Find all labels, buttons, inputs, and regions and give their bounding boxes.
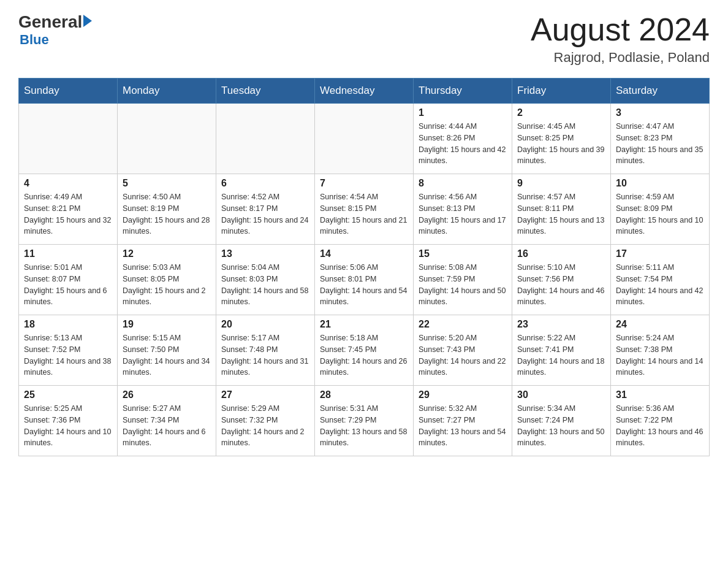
- calendar-cell: 3Sunrise: 4:47 AMSunset: 8:23 PMDaylight…: [611, 104, 710, 174]
- calendar-cell: [216, 104, 315, 174]
- calendar-cell: 6Sunrise: 4:52 AMSunset: 8:17 PMDaylight…: [216, 174, 315, 245]
- calendar-cell: 12Sunrise: 5:03 AMSunset: 8:05 PMDayligh…: [118, 245, 216, 315]
- logo-text-blue: Blue: [20, 32, 92, 48]
- week-row: 11Sunrise: 5:01 AMSunset: 8:07 PMDayligh…: [19, 245, 710, 315]
- day-info: Sunrise: 5:22 AMSunset: 7:41 PMDaylight:…: [517, 332, 605, 378]
- day-number: 30: [517, 389, 605, 400]
- day-info: Sunrise: 4:50 AMSunset: 8:19 PMDaylight:…: [123, 191, 211, 237]
- day-info: Sunrise: 5:20 AMSunset: 7:43 PMDaylight:…: [419, 332, 507, 378]
- day-of-week-header: Monday: [118, 79, 216, 104]
- day-number: 14: [320, 248, 408, 259]
- calendar-cell: 28Sunrise: 5:31 AMSunset: 7:29 PMDayligh…: [315, 386, 414, 456]
- day-info: Sunrise: 4:49 AMSunset: 8:21 PMDaylight:…: [24, 191, 112, 237]
- day-number: 26: [123, 389, 211, 400]
- calendar-cell: [315, 104, 414, 174]
- week-row: 25Sunrise: 5:25 AMSunset: 7:36 PMDayligh…: [19, 386, 710, 456]
- day-info: Sunrise: 5:03 AMSunset: 8:05 PMDaylight:…: [123, 262, 211, 308]
- day-info: Sunrise: 5:06 AMSunset: 8:01 PMDaylight:…: [320, 262, 408, 308]
- page-header: General Blue August 2024 Rajgrod, Podlas…: [18, 12, 710, 66]
- day-number: 16: [517, 248, 605, 259]
- day-number: 18: [24, 319, 112, 330]
- logo: General Blue: [18, 12, 92, 48]
- day-info: Sunrise: 5:27 AMSunset: 7:34 PMDaylight:…: [123, 403, 211, 449]
- calendar-cell: 24Sunrise: 5:24 AMSunset: 7:38 PMDayligh…: [611, 315, 710, 386]
- day-info: Sunrise: 5:04 AMSunset: 8:03 PMDaylight:…: [221, 262, 309, 308]
- day-info: Sunrise: 5:01 AMSunset: 8:07 PMDaylight:…: [24, 262, 112, 308]
- day-info: Sunrise: 5:13 AMSunset: 7:52 PMDaylight:…: [24, 332, 112, 378]
- day-info: Sunrise: 4:54 AMSunset: 8:15 PMDaylight:…: [320, 191, 408, 237]
- calendar-cell: 26Sunrise: 5:27 AMSunset: 7:34 PMDayligh…: [118, 386, 216, 456]
- day-number: 15: [419, 248, 507, 259]
- day-number: 13: [221, 248, 309, 259]
- calendar-cell: 23Sunrise: 5:22 AMSunset: 7:41 PMDayligh…: [512, 315, 611, 386]
- day-number: 2: [517, 107, 605, 118]
- day-number: 19: [123, 319, 211, 330]
- title-section: August 2024 Rajgrod, Podlasie, Poland: [531, 12, 710, 66]
- day-number: 21: [320, 319, 408, 330]
- logo-text-general: General: [18, 12, 82, 32]
- day-info: Sunrise: 5:10 AMSunset: 7:56 PMDaylight:…: [517, 262, 605, 308]
- calendar-cell: 19Sunrise: 5:15 AMSunset: 7:50 PMDayligh…: [118, 315, 216, 386]
- calendar-cell: 4Sunrise: 4:49 AMSunset: 8:21 PMDaylight…: [19, 174, 118, 245]
- calendar-cell: 9Sunrise: 4:57 AMSunset: 8:11 PMDaylight…: [512, 174, 611, 245]
- calendar-cell: 27Sunrise: 5:29 AMSunset: 7:32 PMDayligh…: [216, 386, 315, 456]
- calendar-cell: 11Sunrise: 5:01 AMSunset: 8:07 PMDayligh…: [19, 245, 118, 315]
- day-number: 8: [419, 178, 507, 189]
- calendar-cell: 30Sunrise: 5:34 AMSunset: 7:24 PMDayligh…: [512, 386, 611, 456]
- calendar-cell: 25Sunrise: 5:25 AMSunset: 7:36 PMDayligh…: [19, 386, 118, 456]
- day-number: 11: [24, 248, 112, 259]
- calendar-cell: 7Sunrise: 4:54 AMSunset: 8:15 PMDaylight…: [315, 174, 414, 245]
- calendar-cell: 16Sunrise: 5:10 AMSunset: 7:56 PMDayligh…: [512, 245, 611, 315]
- day-number: 28: [320, 389, 408, 400]
- week-row: 1Sunrise: 4:44 AMSunset: 8:26 PMDaylight…: [19, 104, 710, 174]
- day-info: Sunrise: 4:52 AMSunset: 8:17 PMDaylight:…: [221, 191, 309, 237]
- day-number: 20: [221, 319, 309, 330]
- day-number: 17: [616, 248, 704, 259]
- day-number: 3: [616, 107, 704, 118]
- calendar-table: SundayMondayTuesdayWednesdayThursdayFrid…: [18, 78, 710, 456]
- day-number: 7: [320, 178, 408, 189]
- day-of-week-header: Friday: [512, 79, 611, 104]
- week-row: 18Sunrise: 5:13 AMSunset: 7:52 PMDayligh…: [19, 315, 710, 386]
- day-info: Sunrise: 4:44 AMSunset: 8:26 PMDaylight:…: [419, 121, 507, 167]
- calendar-cell: 29Sunrise: 5:32 AMSunset: 7:27 PMDayligh…: [414, 386, 512, 456]
- calendar-cell: 18Sunrise: 5:13 AMSunset: 7:52 PMDayligh…: [19, 315, 118, 386]
- day-info: Sunrise: 4:59 AMSunset: 8:09 PMDaylight:…: [616, 191, 704, 237]
- calendar-cell: 1Sunrise: 4:44 AMSunset: 8:26 PMDaylight…: [414, 104, 512, 174]
- calendar-cell: 22Sunrise: 5:20 AMSunset: 7:43 PMDayligh…: [414, 315, 512, 386]
- week-row: 4Sunrise: 4:49 AMSunset: 8:21 PMDaylight…: [19, 174, 710, 245]
- day-info: Sunrise: 5:34 AMSunset: 7:24 PMDaylight:…: [517, 403, 605, 449]
- location-title: Rajgrod, Podlasie, Poland: [531, 50, 710, 66]
- calendar-cell: 13Sunrise: 5:04 AMSunset: 8:03 PMDayligh…: [216, 245, 315, 315]
- calendar-cell: 20Sunrise: 5:17 AMSunset: 7:48 PMDayligh…: [216, 315, 315, 386]
- day-of-week-header: Thursday: [414, 79, 512, 104]
- day-info: Sunrise: 5:17 AMSunset: 7:48 PMDaylight:…: [221, 332, 309, 378]
- day-number: 22: [419, 319, 507, 330]
- calendar-cell: 8Sunrise: 4:56 AMSunset: 8:13 PMDaylight…: [414, 174, 512, 245]
- day-number: 4: [24, 178, 112, 189]
- day-of-week-header: Wednesday: [315, 79, 414, 104]
- day-info: Sunrise: 4:57 AMSunset: 8:11 PMDaylight:…: [517, 191, 605, 237]
- calendar-cell: 15Sunrise: 5:08 AMSunset: 7:59 PMDayligh…: [414, 245, 512, 315]
- day-number: 12: [123, 248, 211, 259]
- calendar-cell: 2Sunrise: 4:45 AMSunset: 8:25 PMDaylight…: [512, 104, 611, 174]
- calendar-cell: 5Sunrise: 4:50 AMSunset: 8:19 PMDaylight…: [118, 174, 216, 245]
- month-title: August 2024: [531, 12, 710, 47]
- day-number: 9: [517, 178, 605, 189]
- day-of-week-header: Sunday: [19, 79, 118, 104]
- day-info: Sunrise: 5:15 AMSunset: 7:50 PMDaylight:…: [123, 332, 211, 378]
- day-of-week-header: Tuesday: [216, 79, 315, 104]
- day-number: 27: [221, 389, 309, 400]
- day-info: Sunrise: 4:56 AMSunset: 8:13 PMDaylight:…: [419, 191, 507, 237]
- calendar-cell: 10Sunrise: 4:59 AMSunset: 8:09 PMDayligh…: [611, 174, 710, 245]
- day-number: 23: [517, 319, 605, 330]
- day-number: 25: [24, 389, 112, 400]
- calendar-cell: 14Sunrise: 5:06 AMSunset: 8:01 PMDayligh…: [315, 245, 414, 315]
- day-info: Sunrise: 4:45 AMSunset: 8:25 PMDaylight:…: [517, 121, 605, 167]
- day-number: 31: [616, 389, 704, 400]
- day-number: 6: [221, 178, 309, 189]
- day-of-week-header: Saturday: [611, 79, 710, 104]
- day-info: Sunrise: 5:11 AMSunset: 7:54 PMDaylight:…: [616, 262, 704, 308]
- day-number: 10: [616, 178, 704, 189]
- day-number: 24: [616, 319, 704, 330]
